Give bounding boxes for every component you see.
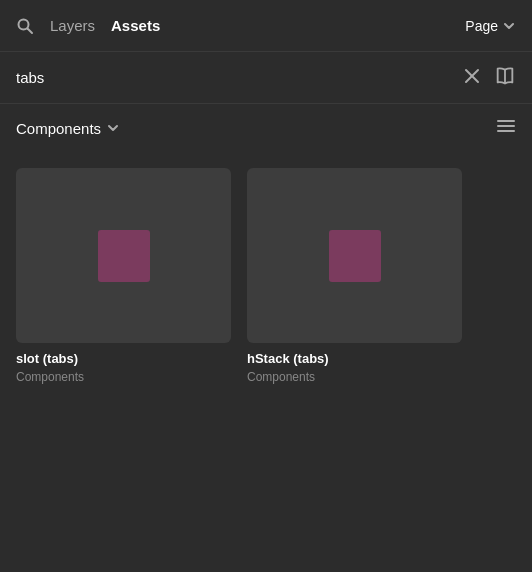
- component-name-slot: slot (tabs): [16, 351, 231, 366]
- component-thumbnail-slot: [16, 168, 231, 343]
- assets-tab[interactable]: Assets: [111, 17, 160, 34]
- component-thumbnail-inner-hstack: [329, 230, 381, 282]
- component-thumbnail-inner-slot: [98, 230, 150, 282]
- close-icon: [464, 68, 480, 84]
- page-chevron-icon: [502, 19, 516, 33]
- page-label: Page: [465, 18, 498, 34]
- components-label: Components: [16, 120, 101, 137]
- list-view-button[interactable]: [496, 116, 516, 140]
- page-selector[interactable]: Page: [465, 18, 516, 34]
- svg-line-1: [28, 28, 33, 33]
- components-dropdown[interactable]: Components: [16, 120, 119, 137]
- search-row: tabs: [0, 52, 532, 104]
- components-dropdown-icon: [107, 122, 119, 134]
- component-name-hstack: hStack (tabs): [247, 351, 462, 366]
- filter-row: Components: [0, 104, 532, 152]
- layers-tab[interactable]: Layers: [50, 17, 95, 34]
- book-icon: [494, 65, 516, 87]
- search-icon-button[interactable]: [16, 17, 34, 35]
- search-row-actions: [464, 65, 516, 91]
- component-thumbnail-hstack: [247, 168, 462, 343]
- list-view-icon: [496, 116, 516, 136]
- close-button[interactable]: [464, 68, 480, 88]
- search-icon: [16, 17, 34, 35]
- component-card-hstack-tabs[interactable]: hStack (tabs) Components: [247, 168, 462, 384]
- top-nav: Layers Assets Page: [0, 0, 532, 52]
- component-grid: slot (tabs) Components hStack (tabs) Com…: [0, 152, 532, 400]
- component-card-slot-tabs[interactable]: slot (tabs) Components: [16, 168, 231, 384]
- component-category-slot: Components: [16, 370, 231, 384]
- library-button[interactable]: [494, 65, 516, 91]
- search-query-text: tabs: [16, 69, 44, 86]
- top-nav-left: Layers Assets: [16, 17, 160, 35]
- component-category-hstack: Components: [247, 370, 462, 384]
